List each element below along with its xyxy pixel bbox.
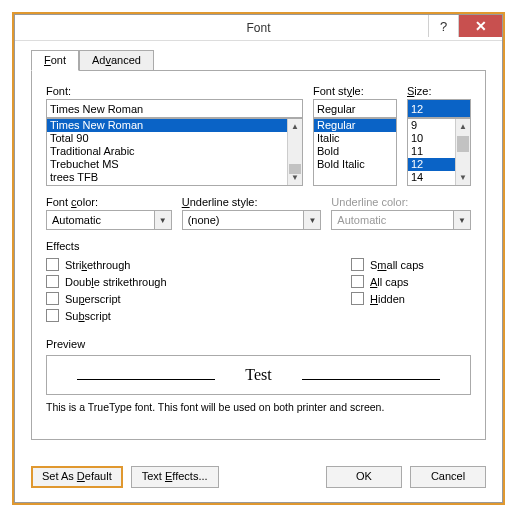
list-item[interactable]: Regular [314, 119, 396, 132]
chevron-down-icon: ▼ [453, 211, 470, 229]
help-button[interactable]: ? [428, 15, 458, 37]
style-label: Font style: [313, 85, 397, 97]
list-item[interactable]: Trebuchet MS [47, 158, 287, 171]
scroll-up-icon[interactable]: ▲ [456, 119, 470, 134]
scroll-up-icon[interactable]: ▲ [288, 119, 302, 134]
strikethrough-checkbox[interactable]: Strikethrough [46, 258, 351, 271]
cancel-button[interactable]: Cancel [410, 466, 486, 488]
scrollbar[interactable]: ▲ ▼ [455, 119, 470, 185]
hidden-checkbox[interactable]: Hidden [351, 292, 471, 305]
underline-style-label: Underline style: [182, 196, 322, 208]
tab-strip: Font Advanced [31, 49, 486, 70]
size-listbox[interactable]: 9 10 11 12 14 ▲ ▼ [407, 118, 471, 186]
list-item[interactable]: Italic [314, 132, 396, 145]
font-input[interactable] [46, 99, 303, 118]
list-item[interactable]: 9 [408, 119, 455, 132]
size-input[interactable] [407, 99, 471, 118]
preview-sample: Test [215, 366, 301, 384]
list-item[interactable]: Traditional Arabic [47, 145, 287, 158]
titlebar: Font ? ✕ [15, 15, 502, 41]
list-item[interactable]: 10 [408, 132, 455, 145]
preview-box: Test [46, 355, 471, 395]
chevron-down-icon: ▼ [303, 211, 320, 229]
scrollbar[interactable]: ▲ ▼ [287, 119, 302, 185]
smallcaps-checkbox[interactable]: Small caps [351, 258, 471, 271]
preview-note: This is a TrueType font. This font will … [46, 401, 471, 413]
font-dialog: Font ? ✕ Font Advanced Font: Tim [14, 14, 503, 503]
tab-panel-font: Font: Times New Roman Total 90 Tradition… [31, 70, 486, 440]
scroll-down-icon[interactable]: ▼ [456, 170, 470, 185]
text-effects-button[interactable]: Text Effects... [131, 466, 219, 488]
close-button[interactable]: ✕ [458, 15, 502, 37]
font-listbox[interactable]: Times New Roman Total 90 Traditional Ara… [46, 118, 303, 186]
preview-label: Preview [46, 338, 471, 350]
size-label: Size: [407, 85, 471, 97]
list-item[interactable]: Bold Italic [314, 158, 396, 171]
underline-style-dropdown[interactable]: (none) ▼ [182, 210, 322, 230]
tab-font[interactable]: Font [31, 50, 79, 71]
font-label: Font: [46, 85, 303, 97]
effects-group: Strikethrough Double strikethrough Super… [46, 254, 471, 328]
allcaps-checkbox[interactable]: All caps [351, 275, 471, 288]
list-item[interactable]: 14 [408, 171, 455, 184]
double-strike-checkbox[interactable]: Double strikethrough [46, 275, 351, 288]
list-item[interactable]: 12 [408, 158, 455, 171]
underline-color-label: Underline color: [331, 196, 471, 208]
list-item[interactable]: Total 90 [47, 132, 287, 145]
subscript-checkbox[interactable]: Subscript [46, 309, 351, 322]
list-item[interactable]: 11 [408, 145, 455, 158]
ok-button[interactable]: OK [326, 466, 402, 488]
superscript-checkbox[interactable]: Superscript [46, 292, 351, 305]
effects-label: Effects [46, 240, 471, 252]
style-listbox[interactable]: Regular Italic Bold Bold Italic [313, 118, 397, 186]
list-item[interactable]: trees TFB [47, 171, 287, 184]
list-item[interactable]: Times New Roman [47, 119, 287, 132]
chevron-down-icon: ▼ [154, 211, 171, 229]
font-color-dropdown[interactable]: Automatic ▼ [46, 210, 172, 230]
tab-advanced[interactable]: Advanced [79, 50, 154, 71]
set-as-default-button[interactable]: Set As Default [31, 466, 123, 488]
style-input[interactable] [313, 99, 397, 118]
dialog-button-bar: Set As Default Text Effects... OK Cancel [15, 456, 502, 502]
font-color-label: Font color: [46, 196, 172, 208]
list-item[interactable]: Bold [314, 145, 396, 158]
underline-color-dropdown: Automatic ▼ [331, 210, 471, 230]
